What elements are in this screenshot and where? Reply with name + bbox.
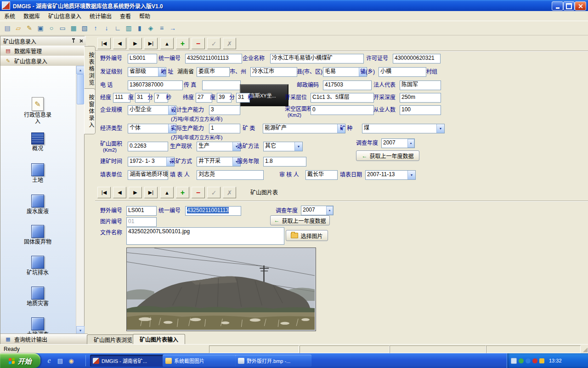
auditor-field[interactable]: 戴长华 [305,170,338,180]
get-previous-year-button[interactable]: ← 获取上一年度数据 [356,150,419,161]
nav1-next-button[interactable]: ▶ [129,38,142,49]
resize-grip-icon[interactable]: ◢ [583,346,588,353]
sidebar-item-geohazard[interactable]: 地质灾害 [0,287,75,307]
production-status-select[interactable]: 生产 ▼ [197,142,241,151]
network-icon[interactable] [511,358,517,364]
license-field[interactable]: 4300000620321 [393,54,441,63]
task-dmgis[interactable]: DMGIS - 湖南省矿... [90,355,166,367]
spinner-arrows-icon[interactable]: ▲▼ [326,206,333,215]
nav2-post-button[interactable]: ✓ [207,187,220,198]
fax-field[interactable] [202,80,241,90]
unified-no-field[interactable]: 43250211001113 [185,54,242,63]
nav2-first-button[interactable]: |◀ [97,187,111,198]
spinner-arrows-icon[interactable]: ▲▼ [407,139,414,148]
messenger-icon[interactable] [526,358,531,363]
scroll-up-icon[interactable]: ▲ [76,66,85,74]
task-bmp-file[interactable]: 野外版打开.bmp -... [235,355,311,367]
built-time-select[interactable]: 1972- 1- 3 ▼ [128,157,175,167]
building-icon[interactable]: ▮ [134,23,145,34]
select-picture-button[interactable]: 选择图片 [286,230,328,241]
economy-type-select[interactable]: 个体 ▼ [128,124,176,133]
sidebar-section-db[interactable]: ▤ 数据库管理 [0,46,88,56]
legal-rep-field[interactable]: 陈国军 [400,80,441,90]
design-capacity-field[interactable]: 3 [209,105,240,115]
move-up-icon[interactable]: ↑ [90,23,101,34]
sidebar-item-pit-drainage[interactable]: 矿坑排水 [0,256,75,276]
nav2-top-button[interactable]: ▲ [160,187,174,198]
open-icon[interactable]: ▱ [13,23,24,34]
mail-icon[interactable]: ▧ [79,23,90,34]
minimize-button[interactable] [552,1,563,11]
workers-field[interactable]: 100 [400,105,441,115]
close-button[interactable] [575,1,586,11]
sidebar-scrollbar[interactable]: ▲ ▼ [76,66,84,334]
nav1-last-button[interactable]: ▶| [144,38,158,49]
media-player-icon[interactable]: ◉ [66,356,76,366]
maximize-button[interactable] [563,1,575,11]
pic-no-field[interactable]: 01 [126,217,157,227]
sidebar-item-land[interactable]: 土地 [0,163,75,184]
menu-system[interactable]: 系统 [0,11,19,21]
dressing-method-select[interactable]: 其它 ▼ [263,142,303,151]
move-down-icon[interactable]: ↓ [101,23,112,34]
refresh-icon[interactable]: ○ [46,23,57,34]
chevron-down-icon[interactable]: ▼ [436,124,444,133]
new-icon[interactable]: ▤ [2,23,13,34]
sidebar-item-overview[interactable]: 概况 [0,132,75,152]
nav1-prev-button[interactable]: ◀ [113,38,126,49]
menu-help[interactable]: 帮助 [135,11,154,21]
update-icon[interactable] [532,358,537,363]
city-field[interactable]: 娄底市 [197,67,230,77]
exit-icon[interactable]: → [167,23,178,34]
tab-picture-entry[interactable]: 矿山图片表输入 [133,334,185,344]
nav2-last-button[interactable]: ▶| [144,187,158,198]
menu-stats-output[interactable]: 统计输出 [85,11,116,21]
town-field[interactable]: 小横 [379,67,426,77]
task-screenshot-folder[interactable]: 系统截图图片 [163,355,239,367]
antivirus-icon[interactable] [519,358,524,363]
city2-field[interactable]: 冷水江市 [250,67,297,77]
map-icon[interactable]: ◈ [145,23,156,34]
field-no-field[interactable]: LS001 [128,54,157,63]
filler-field[interactable]: 刘志尧 [197,170,264,180]
postcode-field[interactable]: 417503 [323,80,372,90]
phone-field[interactable]: 13607387000 [128,80,183,90]
nav1-add-button[interactable]: + [176,38,189,49]
mine-class-select[interactable]: 能源矿产 ▼ [263,124,345,133]
enterprise-field[interactable]: 冷水江市毛易镇小横煤矿 [270,54,364,63]
pic-unified-field[interactable]: 43250211001113 [185,206,241,216]
start-button[interactable]: 开始 [0,353,40,368]
scroll-thumb[interactable] [77,74,84,104]
chart-icon[interactable]: ▥ [123,23,134,34]
menu-database[interactable]: 数据库 [19,11,44,21]
nav1-top-button[interactable]: ▲ [160,38,174,49]
chevron-down-icon[interactable]: ▼ [294,142,302,151]
sidebar-section-query-output[interactable]: ▦ 查询统计输出 [0,334,88,345]
mining-method-select[interactable]: 井下开采 ▼ [197,157,241,167]
volume-icon[interactable] [539,358,544,363]
database-icon[interactable]: ▦ [68,23,79,34]
sidebar-close-icon[interactable] [78,38,85,44]
scale-select[interactable]: 小型企业 ▼ [128,105,176,115]
print-icon[interactable]: ▭ [57,23,68,34]
nav2-next-button[interactable]: ▶ [129,187,142,198]
ie-icon[interactable]: e [44,356,54,366]
nav2-prev-button[interactable]: ◀ [113,187,126,198]
nav2-add-button[interactable]: + [176,187,189,198]
sidebar-item-solid-waste[interactable]: 固体废弃物 [0,225,75,245]
edit-icon[interactable]: ✎ [24,23,35,34]
ruler-icon[interactable]: ∟ [112,23,123,34]
sidebar-item-wastewater[interactable]: 废水废液 [0,195,75,215]
layers-icon[interactable]: ≡ [156,23,167,34]
file-name-field[interactable]: 4325022007LS00101.jpg [126,227,284,245]
nav1-post-button[interactable]: ✓ [207,38,220,49]
nav1-cancel-button[interactable]: ✗ [223,38,236,49]
nav2-cancel-button[interactable]: ✗ [223,187,236,198]
fill-date-select[interactable]: 2007-11-13 ▼ [365,170,416,180]
pic-year-spinner[interactable]: 2007 ▲▼ [301,206,334,215]
tab-browse-by-table[interactable]: 按表格浏览 [84,46,96,92]
fill-unit-field[interactable]: 湖南省地质环境 [128,170,168,180]
tab-entry-by-form[interactable]: 按窗体录入 [84,88,96,134]
nav1-first-button[interactable]: |◀ [97,38,111,49]
mine-kind-select[interactable]: 煤 ▼ [362,124,445,133]
